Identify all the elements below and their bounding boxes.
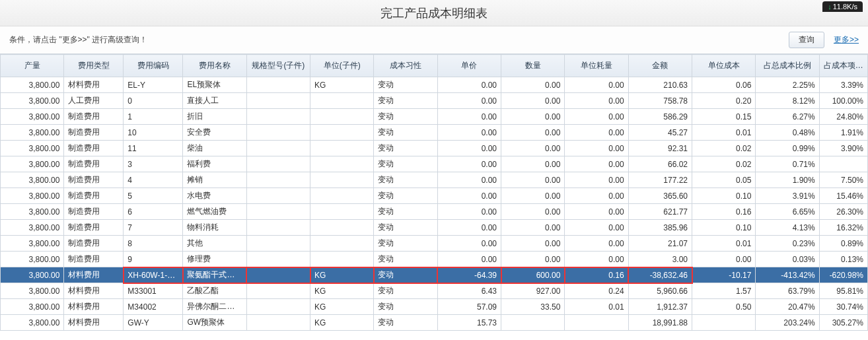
- cell-spec[interactable]: [246, 141, 310, 156]
- cell-type[interactable]: 制造费用: [64, 188, 124, 204]
- col-name[interactable]: 费用名称: [183, 55, 246, 77]
- cell-code[interactable]: 9: [124, 252, 183, 267]
- cell-amt[interactable]: 1,912.37: [628, 299, 692, 315]
- col-itempct[interactable]: 占成本项目比例: [819, 55, 867, 77]
- cell-price[interactable]: 0.00: [437, 141, 501, 156]
- cell-itempct[interactable]: 26.30%: [819, 204, 867, 220]
- col-code[interactable]: 费用编码: [124, 55, 183, 77]
- cell-unit[interactable]: KG: [310, 315, 374, 331]
- cell-spec[interactable]: [246, 172, 310, 188]
- cell-name[interactable]: 直接人工: [183, 93, 246, 109]
- cell-unitcost[interactable]: -10.17: [692, 267, 756, 283]
- cell-name[interactable]: 燃气燃油费: [183, 204, 246, 220]
- cell-nature[interactable]: 变动: [374, 204, 437, 220]
- table-row[interactable]: 3,800.00制造费用5水电费变动0.000.000.00365.600.10…: [1, 188, 868, 204]
- cell-price[interactable]: 0.00: [437, 172, 501, 188]
- cell-name[interactable]: EL预聚体: [183, 77, 246, 93]
- cell-spec[interactable]: [246, 283, 310, 299]
- cell-code[interactable]: GW-Y: [124, 315, 183, 331]
- cell-price[interactable]: 0.00: [437, 109, 501, 125]
- cell-qty[interactable]: 3,800.00: [1, 220, 64, 236]
- cell-itempct[interactable]: -620.98%: [819, 267, 867, 283]
- cell-qty[interactable]: 3,800.00: [1, 109, 64, 125]
- cell-unitcost[interactable]: 0.15: [692, 109, 756, 125]
- cell-code[interactable]: 10: [124, 125, 183, 141]
- cell-name[interactable]: 柴油: [183, 141, 246, 156]
- cell-code[interactable]: 1: [124, 109, 183, 125]
- cell-nature[interactable]: 变动: [374, 93, 437, 109]
- cell-totpct[interactable]: 0.48%: [756, 125, 819, 141]
- cell-consume[interactable]: 0.00: [565, 252, 628, 267]
- cell-price[interactable]: 0.00: [437, 204, 501, 220]
- cell-unitcost[interactable]: 0.10: [692, 188, 756, 204]
- cell-itempct[interactable]: 305.27%: [819, 315, 867, 331]
- cell-type[interactable]: 制造费用: [64, 220, 124, 236]
- cell-code[interactable]: EL-Y: [124, 77, 183, 93]
- cell-type[interactable]: 制造费用: [64, 252, 124, 267]
- cell-code[interactable]: XH-60W-1-020: [124, 267, 183, 283]
- cell-unit[interactable]: [310, 93, 374, 109]
- cell-unit[interactable]: KG: [310, 299, 374, 315]
- cell-unitcost[interactable]: 0.16: [692, 204, 756, 220]
- table-row[interactable]: 3,800.00制造费用3福利费变动0.000.000.0066.020.020…: [1, 156, 868, 172]
- cell-itempct[interactable]: 15.46%: [819, 188, 867, 204]
- cell-qty[interactable]: 3,800.00: [1, 267, 64, 283]
- cell-code[interactable]: 7: [124, 220, 183, 236]
- cell-unitcost[interactable]: 1.57: [692, 283, 756, 299]
- table-row[interactable]: 3,800.00制造费用7物料消耗变动0.000.000.00385.960.1…: [1, 220, 868, 236]
- cell-nature[interactable]: 变动: [374, 109, 437, 125]
- cell-amt[interactable]: 621.77: [628, 204, 692, 220]
- cell-unit[interactable]: [310, 172, 374, 188]
- cell-totpct[interactable]: 3.91%: [756, 188, 819, 204]
- cell-consume[interactable]: 0.00: [565, 125, 628, 141]
- cell-num[interactable]: 0.00: [501, 156, 565, 172]
- cell-price[interactable]: 57.09: [437, 299, 501, 315]
- cell-amt[interactable]: 210.63: [628, 77, 692, 93]
- cell-nature[interactable]: 变动: [374, 283, 437, 299]
- table-row[interactable]: 3,800.00材料费用EL-YEL预聚体KG变动0.000.000.00210…: [1, 77, 868, 93]
- cell-totpct[interactable]: 203.24%: [756, 315, 819, 331]
- col-unit[interactable]: 单位(子件): [310, 55, 374, 77]
- cell-consume[interactable]: 0.00: [565, 188, 628, 204]
- cell-itempct[interactable]: 1.91%: [819, 125, 867, 141]
- cell-qty[interactable]: 3,800.00: [1, 315, 64, 331]
- cell-name[interactable]: 水电费: [183, 188, 246, 204]
- cell-totpct[interactable]: 8.12%: [756, 93, 819, 109]
- cell-totpct[interactable]: 2.25%: [756, 77, 819, 93]
- query-button[interactable]: 查询: [789, 32, 824, 48]
- cell-amt[interactable]: 45.27: [628, 125, 692, 141]
- cell-spec[interactable]: [246, 315, 310, 331]
- col-type[interactable]: 费用类型: [64, 55, 124, 77]
- col-unitcost[interactable]: 单位成本: [692, 55, 756, 77]
- cell-totpct[interactable]: 0.03%: [756, 252, 819, 267]
- cell-nature[interactable]: 变动: [374, 252, 437, 267]
- cell-nature[interactable]: 变动: [374, 315, 437, 331]
- cell-type[interactable]: 材料费用: [64, 77, 124, 93]
- cell-unitcost[interactable]: 0.02: [692, 141, 756, 156]
- cell-amt[interactable]: 21.07: [628, 236, 692, 252]
- cell-qty[interactable]: 3,800.00: [1, 252, 64, 267]
- cell-unitcost[interactable]: 0.20: [692, 93, 756, 109]
- table-row[interactable]: 3,800.00材料费用XH-60W-1-020聚氨酯干式…KG变动-64.39…: [1, 267, 868, 283]
- cell-name[interactable]: 摊销: [183, 172, 246, 188]
- cell-consume[interactable]: 0.24: [565, 283, 628, 299]
- cell-consume[interactable]: 0.00: [565, 141, 628, 156]
- cell-itempct[interactable]: [819, 156, 867, 172]
- cell-type[interactable]: 制造费用: [64, 125, 124, 141]
- table-row[interactable]: 3,800.00制造费用10安全费变动0.000.000.0045.270.01…: [1, 125, 868, 141]
- cell-unitcost[interactable]: 0.02: [692, 156, 756, 172]
- table-row[interactable]: 3,800.00制造费用4摊销变动0.000.000.00177.220.051…: [1, 172, 868, 188]
- cell-consume[interactable]: 0.00: [565, 204, 628, 220]
- cell-totpct[interactable]: 4.13%: [756, 220, 819, 236]
- cell-name[interactable]: 安全费: [183, 125, 246, 141]
- cell-num[interactable]: 0.00: [501, 77, 565, 93]
- cell-nature[interactable]: 变动: [374, 188, 437, 204]
- cell-name[interactable]: 异佛尔酮二…: [183, 299, 246, 315]
- cell-itempct[interactable]: 3.90%: [819, 141, 867, 156]
- cell-itempct[interactable]: 0.89%: [819, 236, 867, 252]
- cell-num[interactable]: 0.00: [501, 172, 565, 188]
- cell-unitcost[interactable]: 0.10: [692, 220, 756, 236]
- cell-type[interactable]: 制造费用: [64, 109, 124, 125]
- cell-qty[interactable]: 3,800.00: [1, 204, 64, 220]
- data-grid[interactable]: 产量 费用类型 费用编码 费用名称 规格型号(子件) 单位(子件) 成本习性 单…: [0, 54, 868, 331]
